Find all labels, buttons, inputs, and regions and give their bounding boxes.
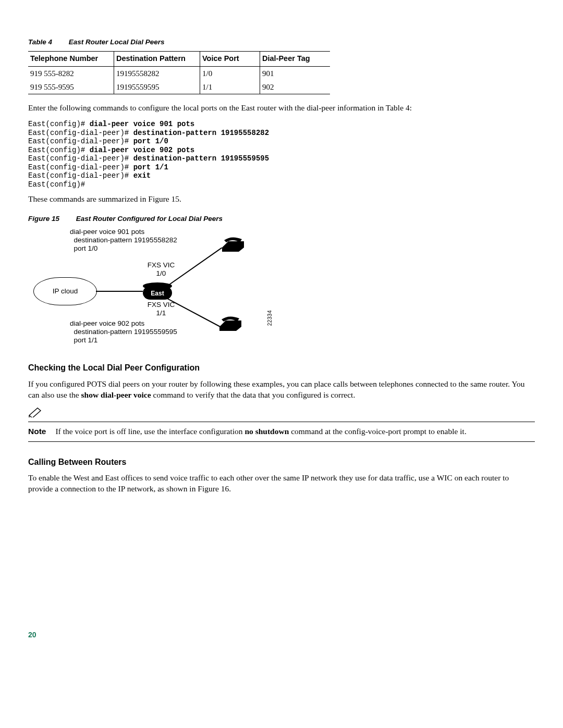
note-block: Note If the voice port is off line, use …	[28, 422, 535, 442]
intro-paragraph: Enter the following commands to configur…	[28, 103, 535, 114]
figure15-number: Figure 15	[28, 215, 59, 223]
para-text: command to verify that the data that you…	[151, 390, 356, 399]
table-header-row: Telephone Number Destination Pattern Voi…	[28, 52, 330, 67]
phone-icon	[218, 316, 242, 330]
table4-title: East Router Local Dial Peers	[69, 38, 165, 46]
summary-paragraph: These commands are summarized in Figure …	[28, 194, 535, 205]
note-text-part: command at the config-voice-port prompt …	[289, 427, 466, 436]
fig-text: 1/0	[156, 269, 166, 277]
cli-prompt: East(config-dial-peer)#	[28, 137, 133, 145]
section-checking-para: If you configured POTS dial peers on you…	[28, 379, 535, 401]
td-destination: 19195558282	[114, 66, 200, 80]
cli-prompt: East(config)#	[28, 180, 85, 189]
td-telephone: 919 555-8282	[28, 66, 114, 80]
table4-caption: Table 4 East Router Local Dial Peers	[28, 38, 535, 47]
fig-text: dial-peer voice 902 pots	[70, 319, 144, 327]
section-calling-title: Calling Between Routers	[28, 456, 535, 468]
fig-text: port 1/0	[74, 244, 98, 252]
section-calling-para: To enable the West and East offices to s…	[28, 473, 535, 495]
table-row: 919 555-8282 19195558282 1/0 901	[28, 66, 330, 80]
th-destination: Destination Pattern	[114, 52, 200, 67]
cli-command: destination-pattern 19195559595	[133, 154, 269, 163]
th-dialpeer: Dial-Peer Tag	[260, 52, 331, 67]
td-destination: 19195559595	[114, 80, 200, 94]
cloud-icon: IP cloud	[33, 277, 97, 305]
connector-line	[96, 291, 143, 292]
cli-prompt: East(config)#	[28, 146, 90, 154]
fig-text: dial-peer voice 901 pots	[70, 228, 144, 236]
cli-command: dial-peer voice 901 pots	[90, 120, 195, 128]
td-voiceport: 1/1	[200, 80, 260, 94]
th-telephone: Telephone Number	[28, 52, 114, 67]
table-row: 919 555-9595 19195559595 1/1 902	[28, 80, 330, 94]
fig-top-config: dial-peer voice 901 pots destination-pat…	[70, 228, 177, 252]
figure15-diagram: dial-peer voice 901 pots destination-pat…	[65, 228, 278, 348]
td-voiceport: 1/0	[200, 66, 260, 80]
cli-prompt: East(config-dial-peer)#	[28, 154, 133, 163]
cli-prompt: East(config)#	[28, 120, 90, 128]
fig-text: destination-pattern 19195558282	[74, 236, 177, 244]
fig-fxs-bot: FXS VIC 1/1	[143, 301, 179, 317]
router-label: East	[143, 289, 172, 298]
table4: Telephone Number Destination Pattern Voi…	[28, 51, 330, 94]
section-checking-title: Checking the Local Dial Peer Configurati…	[28, 362, 535, 374]
th-voiceport: Voice Port	[200, 52, 260, 67]
cli-block: East(config)# dial-peer voice 901 pots E…	[28, 120, 535, 189]
note-text: If the voice port is off line, use the i…	[55, 426, 535, 437]
fig-cloud-label: IP cloud	[53, 287, 78, 296]
cli-command: port 1/1	[133, 163, 168, 171]
note-bold: no shutdown	[244, 427, 289, 436]
fig-text: FXS VIC	[148, 301, 175, 309]
cli-prompt: East(config-dial-peer)#	[28, 163, 133, 171]
cli-command: port 1/0	[133, 137, 168, 145]
note-pencil-icon	[28, 407, 43, 417]
td-dialpeer: 902	[260, 80, 331, 94]
fig-bot-config: dial-peer voice 902 pots destination-pat…	[70, 319, 177, 344]
fig-fxs-top: FXS VIC 1/0	[143, 261, 179, 277]
td-telephone: 919 555-9595	[28, 80, 114, 94]
fig-text: FXS VIC	[148, 261, 175, 269]
figure15-title: East Router Configured for Local Dial Pe…	[76, 215, 223, 223]
fig-text: destination-pattern 19195559595	[74, 328, 177, 336]
note-label: Note	[28, 426, 46, 437]
phone-icon	[221, 237, 245, 251]
cli-command: exit	[133, 171, 151, 180]
table4-number: Table 4	[28, 38, 52, 46]
cli-command: destination-pattern 19195558282	[133, 129, 269, 137]
figure-id: 22334	[266, 310, 274, 326]
page-number: 20	[28, 630, 535, 640]
para-bold: show dial-peer voice	[81, 390, 151, 399]
fig-text: port 1/1	[74, 336, 98, 344]
td-dialpeer: 901	[260, 66, 331, 80]
cli-prompt: East(config-dial-peer)#	[28, 171, 133, 180]
cli-prompt: East(config-dial-peer)#	[28, 129, 133, 137]
fig-text: 1/1	[156, 309, 166, 317]
figure15-caption: Figure 15 East Router Configured for Loc…	[28, 214, 535, 224]
cli-command: dial-peer voice 902 pots	[90, 146, 195, 154]
note-text-part: If the voice port is off line, use the i…	[55, 427, 244, 436]
